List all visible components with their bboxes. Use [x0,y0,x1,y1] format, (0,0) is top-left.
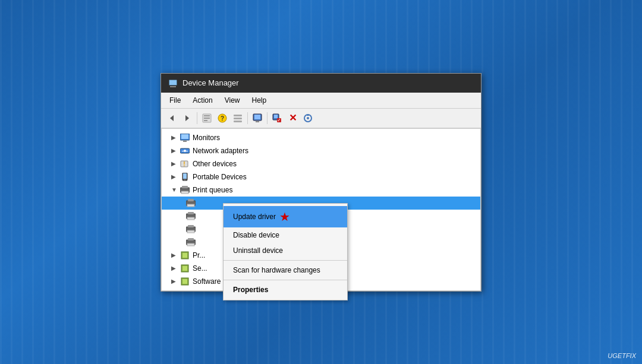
details-view-button[interactable] [231,111,245,125]
svg-rect-15 [254,115,260,119]
portable-label: Portable Devices [193,173,247,181]
svg-rect-12 [234,118,242,119]
expand-portable: ▶ [171,173,178,180]
svg-rect-53 [182,266,187,271]
update-driver-toolbar-button[interactable]: ✓ [270,111,284,125]
expand-software: ▶ [171,278,178,284]
svg-rect-39 [188,199,194,201]
context-menu: Update driver ★ Disable device Uninstall… [223,203,348,300]
svg-rect-42 [188,212,194,214]
update-driver-label: Update driver [233,213,276,221]
svg-rect-7 [204,118,210,119]
context-disable-device[interactable]: Disable device [224,227,347,243]
print-icon [180,185,190,195]
tree-item-portable[interactable]: ▶ Portable Devices [162,170,480,183]
uninstall-device-label: Uninstall device [233,246,283,255]
svg-text:?: ? [221,115,224,122]
menu-view[interactable]: View [220,94,245,106]
context-properties[interactable]: Properties [224,282,347,297]
expand-processors: ▶ [171,252,178,258]
svg-rect-48 [188,238,194,240]
properties-button[interactable] [200,111,214,125]
svg-rect-11 [234,115,242,116]
svg-rect-37 [181,191,188,194]
monitors-label: Monitors [193,134,220,142]
tree-item-monitors[interactable]: ▶ Monitors [162,131,480,144]
print-label: Print queues [193,186,232,194]
svg-marker-4 [185,115,189,121]
processors-label: Pr... [193,251,205,259]
back-button[interactable] [165,111,179,125]
device-manager-window: Device Manager File Action View Help [160,73,482,292]
portable-icon [180,172,190,182]
svg-text:✓: ✓ [277,118,281,123]
window-title: Device Manager [182,78,239,87]
context-update-driver[interactable]: Update driver ★ [224,206,347,227]
svg-rect-13 [234,121,242,122]
context-uninstall-device[interactable]: Uninstall device [224,243,347,258]
svg-rect-33 [183,173,187,179]
svg-rect-26 [183,141,187,142]
network-icon [180,146,190,156]
uninstall-button[interactable]: ✕ [285,111,300,125]
expand-monitors: ▶ [171,134,178,141]
svg-rect-25 [181,134,188,139]
toolbar-separator-1 [197,112,197,124]
context-menu-overlay: Update driver ★ Disable device Uninstall… [223,203,348,300]
processors-icon [180,251,190,260]
expand-network: ▶ [171,147,178,154]
tree-item-other[interactable]: ▶ ! Other devices [162,157,480,170]
watermark: UGETFIX [608,352,636,359]
context-separator-2 [224,280,347,280]
title-bar: Device Manager [161,74,481,93]
svg-rect-49 [187,243,194,246]
svg-marker-3 [170,115,174,121]
svg-rect-29 [182,151,188,151]
other-devices-icon: ! [180,159,190,169]
svg-rect-43 [187,217,194,220]
monitor-icon [180,133,190,143]
watermark-text: UGETFIX [608,352,636,359]
menu-file[interactable]: File [165,94,185,106]
scan-button[interactable] [301,111,315,125]
print-child-3-icon [185,224,196,234]
svg-text:!: ! [183,161,185,167]
properties-label: Properties [233,286,268,294]
menu-help[interactable]: Help [247,94,272,106]
print-child-2-icon [185,211,196,221]
toolbar-separator-3 [267,112,268,124]
context-scan-hardware[interactable]: Scan for hardware changes [224,262,347,278]
svg-rect-8 [204,120,207,121]
security-label: Se... [193,264,207,273]
print-child-1-icon [185,198,196,208]
expand-security: ▶ [171,265,178,271]
red-star-indicator: ★ [279,210,290,224]
svg-point-22 [307,117,309,119]
forward-button[interactable] [180,111,194,125]
title-bar-icon [168,78,178,88]
disable-device-label: Disable device [233,231,279,239]
svg-rect-45 [188,225,194,227]
svg-point-34 [184,179,185,181]
toolbar-separator-2 [247,112,248,124]
svg-rect-51 [182,253,187,258]
svg-rect-40 [187,204,194,207]
print-child-4-icon [185,238,196,247]
scan-hardware-label: Scan for hardware changes [233,266,320,274]
tree-item-print-queues[interactable]: ▼ Print queues [162,183,480,197]
toolbar: ? ✓ ✕ [161,109,481,128]
security-icon [180,264,190,273]
svg-rect-16 [256,121,259,122]
svg-rect-2 [169,80,177,85]
software-icon [180,277,190,286]
svg-rect-46 [187,230,194,233]
help-button[interactable]: ? [215,111,229,125]
monitor-icon-button[interactable] [250,111,265,125]
svg-rect-6 [204,115,210,116]
expand-other: ▶ [171,160,178,167]
svg-rect-36 [182,186,188,188]
menu-action[interactable]: Action [188,94,217,106]
network-label: Network adapters [193,147,248,155]
expand-print: ▼ [171,186,178,193]
tree-item-network[interactable]: ▶ Network adapters [162,144,480,157]
